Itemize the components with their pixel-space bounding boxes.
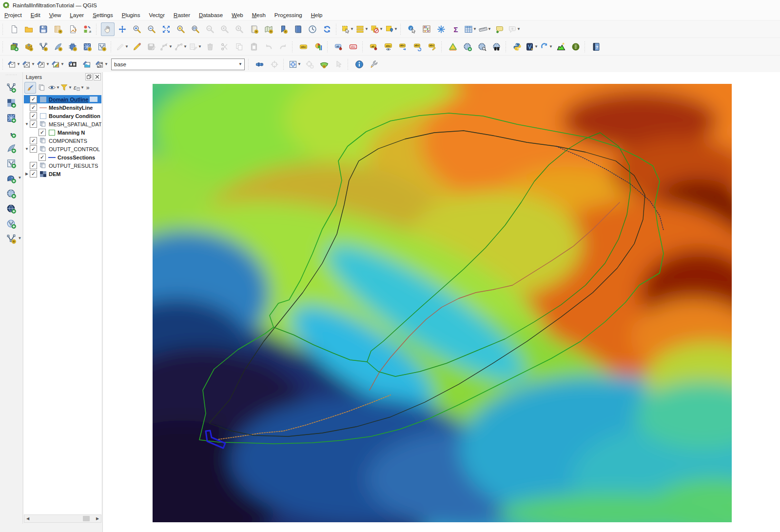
toolbar-drag-handle[interactable]	[2, 24, 5, 35]
chevron-down-icon[interactable]: ▼	[31, 62, 36, 66]
filter-legend-button[interactable]: ▼	[60, 82, 72, 94]
chevron-down-icon[interactable]: ▼	[18, 176, 22, 180]
grass-tools-button[interactable]	[569, 40, 583, 54]
pin-labels-button[interactable]: ab	[332, 40, 346, 54]
measure-button[interactable]: ▼	[478, 22, 492, 36]
tuflow-refresh-button[interactable]: ▼	[95, 58, 109, 71]
deselect-features-button[interactable]: ▼	[370, 22, 384, 36]
layer-checkbox[interactable]: ✓	[39, 154, 46, 161]
toolbar-drag-handle[interactable]	[506, 41, 508, 52]
show-statistics-button[interactable]: Σ	[449, 22, 463, 36]
new-vector-layer-button[interactable]: ▼	[4, 232, 19, 246]
chevron-down-icon[interactable]: ▼	[365, 27, 369, 31]
new-geopackage-layer-button[interactable]	[22, 40, 36, 54]
map-canvas[interactable]	[102, 72, 780, 532]
expand-closed-icon[interactable]: ▶	[24, 172, 30, 176]
layer-labeling-button[interactable]: abc	[297, 40, 311, 54]
new-virtual-layer-button[interactable]	[95, 40, 109, 54]
layer-item-dem[interactable]: ▶✓DEM	[24, 170, 101, 178]
plugin-reloader-button[interactable]: ▼	[540, 40, 553, 54]
toolbar-drag-handle[interactable]	[6, 75, 17, 77]
flux-line-tool-button[interactable]	[253, 58, 267, 71]
layer-item-output-control[interactable]: ▼✓OUTPUT_CONTROL	[24, 145, 101, 153]
chevron-down-icon[interactable]: ▼	[549, 45, 553, 49]
toolbar-drag-handle[interactable]	[283, 59, 286, 70]
layer-item-output-results[interactable]: ✓OUTPUT_RESULTS	[24, 161, 101, 170]
layer-checkbox[interactable]: ✓	[30, 112, 37, 119]
toolbar-drag-handle[interactable]	[348, 59, 350, 70]
add-spatialite-layer-button[interactable]	[4, 141, 19, 156]
new-3d-map-view-button[interactable]	[262, 22, 275, 36]
map-tips-button[interactable]	[493, 22, 507, 36]
new-project-button[interactable]	[7, 22, 21, 36]
scroll-left-icon[interactable]: ◀	[24, 515, 31, 522]
layers-panel-hscrollbar[interactable]: ◀ ▶	[24, 514, 101, 523]
metasearch-add-button[interactable]	[461, 40, 474, 54]
save-layer-edits-button[interactable]	[145, 40, 158, 54]
new-gpx-layer-button[interactable]	[80, 40, 94, 54]
close-panel-button[interactable]	[94, 73, 101, 80]
vertex-tool-button[interactable]: ▼	[174, 40, 188, 54]
tuflow-animation-button[interactable]	[66, 58, 79, 71]
chevron-down-icon[interactable]: ▼	[17, 62, 21, 66]
chevron-down-icon[interactable]: ▼	[183, 45, 188, 49]
chevron-down-icon[interactable]: ▼	[534, 45, 539, 49]
move-label-button[interactable]: ab	[367, 40, 381, 54]
show-hide-labels-button[interactable]: abc	[382, 40, 395, 54]
plugin-triangle-button[interactable]	[446, 40, 460, 54]
zoom-next-button[interactable]	[233, 22, 246, 36]
chevron-down-icon[interactable]: ▼	[104, 62, 109, 66]
add-vector-layer-button[interactable]	[4, 80, 19, 95]
layout-manager-button[interactable]	[51, 22, 65, 36]
chevron-down-icon[interactable]: ▼	[394, 27, 398, 31]
add-arcgis-layer-button[interactable]	[4, 201, 19, 216]
crosshair-tool-button[interactable]	[268, 58, 281, 71]
view-settings-button[interactable]	[317, 58, 331, 71]
toolbar-drag-handle[interactable]	[111, 41, 113, 52]
toolbar-drag-handle[interactable]	[2, 41, 5, 52]
toolbar-drag-handle[interactable]	[362, 41, 365, 52]
rotate-label-button[interactable]: abc	[411, 40, 425, 54]
toolbar-drag-handle[interactable]	[2, 59, 5, 70]
dem-raster-map[interactable]	[153, 84, 732, 522]
saga-tools-button[interactable]	[554, 40, 568, 54]
add-delimited-text-layer-button[interactable]: ,	[4, 126, 19, 140]
new-mesh-layer-button[interactable]	[66, 40, 79, 54]
settings-wrench-button[interactable]	[367, 58, 381, 71]
select-by-location-button[interactable]: ▼	[385, 22, 398, 36]
identify-features-button[interactable]: i	[405, 22, 419, 36]
open-attribute-table-button[interactable]: ▼	[464, 22, 477, 36]
chevron-down-icon[interactable]: ▼	[80, 86, 84, 90]
chevron-down-icon[interactable]: ▼	[236, 62, 244, 66]
add-postgis-layer-button[interactable]: ▼	[4, 171, 19, 186]
open-layer-styling-button[interactable]	[24, 82, 36, 94]
zoom-to-layer-button[interactable]	[189, 22, 202, 36]
chevron-down-icon[interactable]: ▼	[379, 27, 384, 31]
toolbar-drag-handle[interactable]	[248, 59, 251, 70]
add-group-button[interactable]	[36, 82, 48, 94]
chevron-down-icon[interactable]: ▼	[198, 45, 202, 49]
chevron-down-icon[interactable]: ▼	[169, 45, 173, 49]
add-wms-layer-button[interactable]	[4, 186, 19, 201]
new-shapefile-layer-button[interactable]	[37, 40, 50, 54]
chevron-down-icon[interactable]: ▼	[125, 45, 129, 49]
toolbar-drag-handle[interactable]	[336, 24, 338, 35]
layer-item-components[interactable]: ✓COMPONENTS	[24, 137, 101, 145]
menu-edit[interactable]: Edit	[26, 11, 45, 19]
layer-item-mesh-spatial-data[interactable]: ▼✓MESH_SPATIAL_DATA	[24, 120, 101, 128]
save-project-button[interactable]	[37, 22, 50, 36]
paste-features-button[interactable]	[247, 40, 261, 54]
redo-button[interactable]	[276, 40, 290, 54]
layer-checkbox[interactable]: ✓	[30, 162, 37, 169]
layer-item-domain-outline[interactable]: ✓Domain Outline	[24, 95, 101, 103]
zoom-in-button[interactable]	[130, 22, 144, 36]
manage-map-themes-button[interactable]: ▼	[48, 82, 60, 94]
layer-diagram-button[interactable]	[312, 40, 325, 54]
layer-checkbox[interactable]: ✓	[30, 104, 37, 111]
tuflow-plot-envelope-button[interactable]: ▼	[7, 58, 21, 71]
chevron-down-icon[interactable]: ▼	[517, 27, 521, 31]
chevron-down-icon[interactable]: ▼	[473, 27, 477, 31]
layer-checkbox[interactable]: ✓	[30, 120, 37, 128]
layer-checkbox[interactable]: ✓	[30, 145, 37, 153]
menu-web[interactable]: Web	[227, 11, 247, 19]
